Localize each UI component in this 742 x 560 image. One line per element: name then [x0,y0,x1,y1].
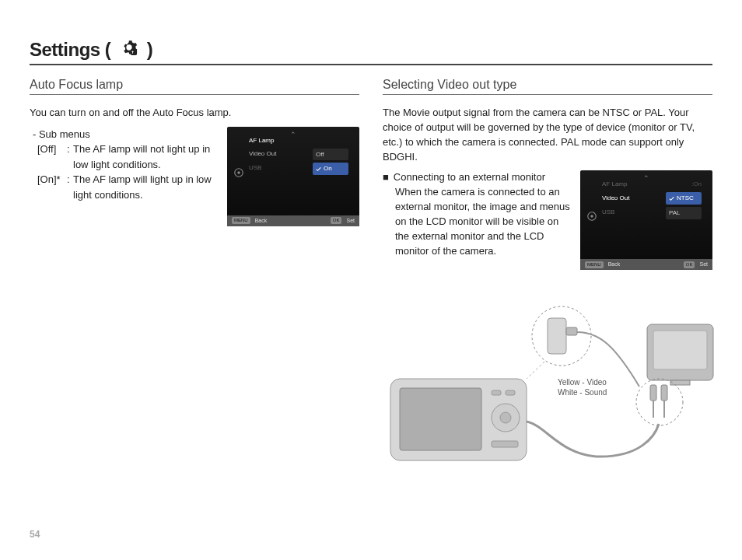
right-body: The Movie output signal from the camera … [383,106,712,472]
svg-line-15 [527,362,544,379]
lcd-menu-list: AF Lamp Video Out USB [249,136,276,173]
check-icon [316,166,321,172]
title-prefix: Settings ( [30,39,110,60]
lcd-menu-list: AF Lamp Video Out USB [602,180,629,216]
left-submenu-text: - Sub menus [Off] : The AF lamp will not… [30,127,219,203]
label-yellow-video: Yellow - Video [558,377,607,387]
lcd-opt-ntsc: NTSC [666,192,702,205]
def-val-off: The AF lamp will not light up in low lig… [73,142,219,172]
lcd-item-usb: USB [249,163,276,173]
def-key-off: [Off] [37,142,67,172]
lcd-set-label: Set [699,261,708,268]
gear-icon [121,39,138,56]
def-row-off: [Off] : The AF lamp will not light up in… [37,142,219,172]
page-title: Settings ( ) [30,39,152,61]
lcd-preview-aflamp: ⌃ AF Lamp Video Out USB Off [227,127,359,226]
title-suffix: ) [147,39,153,60]
def-key-on: [On]* [37,172,67,202]
bullet-block: ■ Connecting to an external monitor When… [383,170,572,258]
left-intro: You can turn on and off the Auto Focus l… [30,106,359,121]
lcd-opt-off: Off [313,149,348,161]
check-icon [669,196,674,201]
lcd-preview-videoout: ⌃ AF Lamp Video Out USB :On [580,170,712,270]
svg-rect-13 [548,318,566,354]
svg-rect-20 [650,385,656,401]
lcd-back-label: Back [255,217,268,225]
lcd-item-aflamp: AF Lamp [249,136,276,145]
chevron-up-icon: ⌃ [290,130,296,140]
lcd-opt-pal: PAL [666,207,702,219]
cable-color-label: Yellow - Video White - Sound [558,377,607,397]
chevron-up-icon: ⌃ [643,173,649,184]
svg-rect-17 [653,331,707,369]
svg-point-19 [636,379,683,425]
camera-port-zoom [527,306,591,379]
lcd-footer: MENU Back OK Set [580,259,712,270]
lcd-right-dim-value: :On [691,180,702,189]
svg-rect-6 [400,388,481,450]
def-colon: : [67,142,73,172]
svg-point-8 [500,412,511,423]
svg-rect-14 [566,327,577,335]
camera-illustration [390,379,527,460]
square-bullet-icon: ■ [383,170,389,185]
svg-point-4 [590,215,593,219]
gear-small-icon [586,211,597,222]
two-column-layout: Auto Focus lamp You can turn on and off … [30,78,712,472]
right-bullet-row: ■ Connecting to an external monitor When… [383,170,712,270]
ok-badge: OK [684,261,695,268]
svg-rect-18 [670,380,690,385]
svg-rect-21 [661,385,667,401]
right-column: Selecting Video out type The Movie outpu… [383,78,712,472]
def-val-on: The AF lamp will light up in low light c… [73,172,219,202]
lcd-item-aflamp: AF Lamp [602,180,629,189]
left-subheading: Auto Focus lamp [30,78,359,95]
svg-rect-10 [506,390,515,395]
lcd-options: NTSC PAL [666,192,702,219]
def-row-on: [On]* : The AF lamp will light up in low… [37,172,219,202]
label-white-sound: White - Sound [558,387,607,397]
plug-zoom [636,379,683,425]
page-title-row: Settings ( ) [30,39,712,65]
lcd-set-label: Set [346,217,355,225]
menu-badge: MENU [585,261,604,268]
lcd-back-label: Back [608,261,621,268]
page-number: 54 [30,529,40,540]
lcd-item-usb: USB [602,208,629,217]
left-column: Auto Focus lamp You can turn on and off … [30,78,359,472]
right-intro: The Movie output signal from the camera … [383,106,712,164]
svg-point-2 [237,171,240,174]
lcd-footer: MENU Back OK Set [227,215,359,226]
bullet-body: When the camera is connected to an exter… [395,185,572,258]
svg-rect-11 [492,441,518,447]
submenu-label: - Sub menus [33,127,219,142]
def-colon: : [67,172,73,202]
left-submenu-block: - Sub menus [Off] : The AF lamp will not… [30,127,359,226]
lcd-opt-on: On [313,163,348,175]
connection-diagram: Yellow - Video White - Sound [383,301,717,472]
left-body: You can turn on and off the Auto Focus l… [30,106,359,226]
lcd-item-videoout: Video Out [602,194,629,203]
lcd-item-videoout: Video Out [249,149,276,159]
bullet-title: Connecting to an external monitor [394,170,545,185]
manual-page: Settings ( ) Auto Focus lamp You can tur… [0,0,742,560]
svg-rect-0 [130,49,136,55]
ok-badge: OK [331,217,342,224]
menu-badge: MENU [232,217,250,224]
tv-illustration [647,324,713,385]
right-subheading: Selecting Video out type [383,78,712,95]
lcd-options: Off On [313,149,348,175]
gear-small-icon [233,167,244,178]
svg-rect-9 [492,390,501,395]
